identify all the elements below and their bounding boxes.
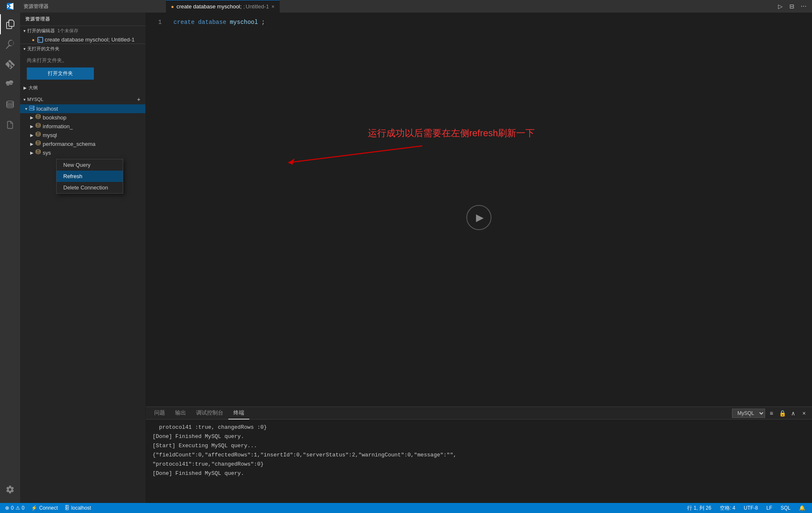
- mysql-dropdown[interactable]: MySQL: [732, 409, 765, 418]
- panel-actions: MySQL ≡ 🔒 ∧ ×: [732, 409, 812, 418]
- svg-text:S: S: [38, 39, 40, 42]
- status-cursor[interactable]: 行 1, 列 26: [685, 503, 713, 513]
- db-bookshop-icon: [35, 114, 41, 121]
- activity-settings[interactable]: [0, 479, 20, 500]
- encoding-label: UTF-8: [744, 505, 758, 511]
- open-folder-button[interactable]: 打开文件夹: [27, 67, 94, 80]
- open-editors-header[interactable]: ▾ 打开的编辑器 1个未保存: [20, 26, 145, 36]
- activity-test[interactable]: [0, 115, 20, 135]
- panel-lock-btn[interactable]: 🔒: [778, 409, 787, 418]
- db-bookshop[interactable]: ▶ bookshop: [20, 113, 145, 122]
- mysql-actions: +: [135, 96, 142, 103]
- refresh-label: Refresh: [63, 173, 83, 179]
- status-language[interactable]: SQL: [779, 503, 792, 513]
- run-button[interactable]: ▷: [775, 2, 785, 10]
- status-connect[interactable]: ⚡ Connect: [29, 503, 59, 513]
- svg-point-10: [36, 141, 40, 142]
- editor-content[interactable]: 1 create database myschool ;: [146, 13, 812, 407]
- notification-icon: 🔔: [799, 505, 805, 511]
- language-label: SQL: [781, 505, 791, 511]
- bookshop-chevron: ▶: [30, 115, 34, 120]
- chevron-down-icon: ▾: [23, 28, 26, 33]
- title-bar: 资源管理器 ● create database myschool; ; Unti…: [0, 0, 812, 13]
- more-button[interactable]: ⋯: [799, 2, 809, 10]
- status-eol[interactable]: LF: [765, 503, 774, 513]
- panel-up-btn[interactable]: ∧: [789, 409, 798, 418]
- db-performance[interactable]: ▶ performance_schema: [20, 140, 145, 148]
- db-sys[interactable]: ▶ sys: [20, 148, 145, 157]
- localhost-item[interactable]: ▾ localhost: [20, 104, 145, 113]
- context-menu: New Query Refresh Delete Connection: [56, 159, 123, 194]
- code-editor[interactable]: create database myschool ;: [167, 13, 812, 407]
- connect-icon: ⚡: [31, 505, 37, 511]
- localhost-chevron: ▾: [25, 106, 27, 111]
- panel-list-btn[interactable]: ≡: [767, 409, 776, 418]
- modified-dot: ●: [32, 37, 35, 42]
- db-mysql[interactable]: ▶ mysql: [20, 131, 145, 140]
- warning-count: 0: [22, 505, 25, 511]
- panel-close-btn[interactable]: ×: [799, 409, 809, 418]
- new-query-label: New Query: [63, 162, 91, 168]
- main-content: 资源管理器 ▾ 打开的编辑器 1个未保存 ● S create database…: [0, 13, 812, 503]
- status-localhost[interactable]: 🗄 localhost: [63, 503, 93, 513]
- tab-problems-label: 问题: [154, 409, 165, 417]
- panel-tab-problems[interactable]: 问题: [149, 407, 170, 420]
- output-line-5: "protocol41":true,"changedRows":0}: [153, 460, 805, 469]
- panel-tab-output[interactable]: 输出: [170, 407, 191, 420]
- error-icon: ⊗: [5, 505, 9, 511]
- warning-icon: ⚠: [16, 505, 20, 511]
- status-encoding[interactable]: UTF-8: [742, 503, 760, 513]
- no-folder-label: 无打开的文件夹: [27, 46, 59, 52]
- activity-database[interactable]: [0, 95, 20, 115]
- sidebar-header: 资源管理器: [20, 13, 145, 26]
- mysql-db-chevron: ▶: [30, 133, 34, 137]
- db-status-icon: 🗄: [65, 505, 70, 511]
- activity-search[interactable]: [0, 34, 20, 54]
- activity-git[interactable]: [0, 54, 20, 75]
- context-new-query[interactable]: New Query: [57, 159, 123, 171]
- error-count: 0: [11, 505, 14, 511]
- tab1-close[interactable]: ×: [272, 4, 274, 10]
- panel-tab-debug[interactable]: 调试控制台: [191, 407, 228, 420]
- sys-chevron: ▶: [30, 150, 34, 155]
- play-button[interactable]: ▶: [466, 205, 491, 230]
- tab-debug-label: 调试控制台: [196, 409, 223, 417]
- mysql-add-button[interactable]: +: [135, 96, 142, 103]
- sql-file-icon: S: [37, 37, 43, 43]
- svg-point-7: [36, 114, 40, 116]
- activity-extensions[interactable]: [0, 75, 20, 95]
- status-errors[interactable]: ⊗ 0 ⚠ 0: [3, 503, 26, 513]
- information-label: information_: [43, 123, 73, 130]
- keyword-create: create: [173, 19, 194, 26]
- tab-create-database[interactable]: ● create database myschool; ; Untitled-1…: [166, 0, 280, 13]
- activity-explorer[interactable]: [0, 14, 20, 34]
- db-performance-icon: [35, 140, 41, 148]
- panel-tab-terminal[interactable]: 终端: [228, 407, 249, 420]
- split-button[interactable]: ⊟: [787, 2, 797, 10]
- output-line-4: {"fieldCount":0,"affectedRows":1,"insert…: [153, 451, 805, 460]
- context-delete-connection[interactable]: Delete Connection: [57, 182, 123, 193]
- db-information[interactable]: ▶ information_: [20, 122, 145, 131]
- output-line-6: [Done] Finished MySQL query.: [153, 469, 805, 478]
- output-line-2: [Done] Finished MySQL query.: [153, 432, 805, 441]
- status-notifications[interactable]: 🔔: [797, 503, 807, 513]
- sidebar: 资源管理器 ▾ 打开的编辑器 1个未保存 ● S create database…: [20, 13, 146, 503]
- mysql-header[interactable]: ▾ MYSQL +: [20, 94, 145, 104]
- bookshop-label: bookshop: [43, 114, 66, 121]
- chevron-right-icon: ▾: [23, 47, 26, 51]
- semicolon: ;: [261, 19, 265, 26]
- outline-section[interactable]: ▶ 大纲: [20, 83, 145, 93]
- context-refresh[interactable]: Refresh: [57, 171, 123, 182]
- server-icon: [29, 105, 35, 112]
- tab1-untitled: Untitled-1: [246, 3, 269, 10]
- db-information-icon: [35, 123, 41, 130]
- outline-label: 大纲: [28, 85, 38, 91]
- status-spaces[interactable]: 空格: 4: [718, 503, 737, 513]
- editor-file-item[interactable]: ● S create database myschool; Untitled-1: [20, 36, 145, 44]
- chevron-right-icon-outline: ▶: [23, 86, 27, 90]
- no-folder-header[interactable]: ▾ 无打开的文件夹: [20, 44, 145, 54]
- mysql-db-label: mysql: [43, 132, 57, 138]
- activity-bar: [0, 13, 20, 503]
- keyword-database: database: [198, 19, 226, 26]
- performance-chevron: ▶: [30, 142, 34, 146]
